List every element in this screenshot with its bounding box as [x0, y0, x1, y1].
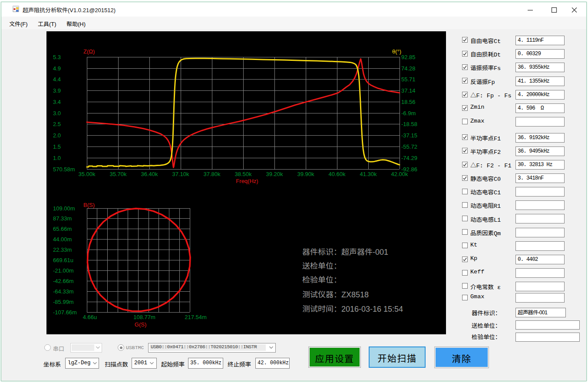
svg-text:40.60k: 40.60k	[328, 171, 346, 177]
svg-text:-85.99m: -85.99m	[53, 299, 74, 305]
svg-text:2.0: 2.0	[53, 132, 61, 139]
svg-text:θ(°): θ(°)	[392, 48, 401, 55]
svg-text:-6.9m: -6.9m	[401, 110, 416, 117]
svg-text:3.4: 3.4	[53, 99, 61, 105]
svg-text:37.14: 37.14	[401, 87, 416, 94]
svg-text:55.71: 55.71	[401, 76, 416, 83]
svg-text:1.5: 1.5	[53, 143, 61, 150]
svg-text:-42.66m: -42.66m	[53, 278, 74, 284]
svg-text:217.54m: 217.54m	[185, 314, 207, 320]
svg-text:74.28: 74.28	[401, 65, 416, 72]
svg-text:3.9: 3.9	[53, 87, 61, 94]
svg-text:18.56: 18.56	[401, 99, 416, 105]
svg-text:42.00k: 42.00k	[391, 171, 408, 177]
svg-text:检验单位：: 检验单位：	[302, 276, 341, 284]
svg-text:5.3: 5.3	[53, 54, 61, 60]
svg-text:4.4: 4.4	[53, 76, 61, 83]
svg-text:G(S): G(S)	[135, 321, 146, 328]
svg-text:-107.66m: -107.66m	[53, 309, 77, 316]
svg-text:-18.58: -18.58	[401, 121, 417, 127]
svg-text:36.40k: 36.40k	[141, 171, 158, 177]
svg-text:35.00k: 35.00k	[78, 171, 96, 177]
svg-text:测试仪器：ZX8518: 测试仪器：ZX8518	[302, 290, 369, 299]
svg-text:44.00m: 44.00m	[53, 236, 72, 243]
svg-text:38.50k: 38.50k	[235, 171, 252, 177]
svg-text:37.10k: 37.10k	[172, 171, 189, 177]
svg-text:65.66m: 65.66m	[53, 226, 72, 232]
svg-text:送检单位：: 送检单位：	[302, 262, 341, 270]
svg-text:87.33m: 87.33m	[53, 215, 72, 222]
svg-text:109.00m: 109.00m	[53, 205, 75, 212]
svg-text:Freq(Hz): Freq(Hz)	[236, 178, 258, 184]
svg-text:3.0: 3.0	[53, 110, 61, 117]
svg-text:B(S): B(S)	[83, 202, 95, 208]
svg-text:92.85: 92.85	[401, 54, 416, 60]
svg-text:39.90k: 39.90k	[297, 171, 314, 177]
svg-text:-55.72: -55.72	[401, 143, 417, 150]
svg-text:22.33m: 22.33m	[53, 246, 72, 253]
svg-text:37.80k: 37.80k	[203, 171, 221, 177]
svg-text:-64.33m: -64.33m	[53, 288, 74, 295]
svg-text:1.0: 1.0	[53, 155, 61, 161]
svg-text:4.9: 4.9	[53, 65, 61, 72]
svg-text:测试时间：2016-03-16 15:54: 测试时间：2016-03-16 15:54	[302, 305, 403, 313]
svg-text:器件标识：超声器件-001: 器件标识：超声器件-001	[302, 248, 388, 256]
svg-text:35.70k: 35.70k	[109, 171, 127, 177]
svg-text:108.77m: 108.77m	[133, 314, 155, 320]
svg-text:570.58m: 570.58m	[53, 166, 75, 173]
svg-text:41.30k: 41.30k	[360, 171, 377, 177]
svg-text:Z(Ω): Z(Ω)	[83, 48, 95, 55]
svg-text:-37.15: -37.15	[401, 132, 417, 139]
svg-text:2.5: 2.5	[53, 121, 61, 127]
svg-text:-21.00m: -21.00m	[53, 267, 74, 274]
svg-text:39.20k: 39.20k	[266, 171, 283, 177]
svg-text:669.61u: 669.61u	[53, 257, 73, 263]
svg-text:4.66u: 4.66u	[83, 314, 97, 320]
svg-text:-74.29: -74.29	[401, 155, 417, 161]
